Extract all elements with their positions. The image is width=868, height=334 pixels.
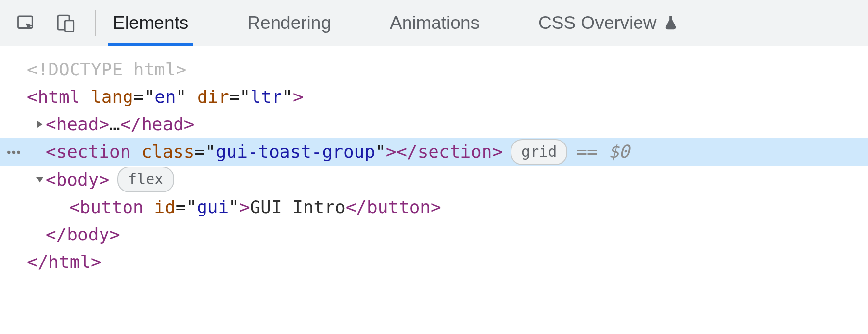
dom-line-button[interactable]: <button id="gui"> GUI Intro </button> — [0, 193, 868, 221]
dom-line-doctype[interactable]: <!DOCTYPE html> — [0, 56, 868, 83]
dom-line-body-open[interactable]: <body> flex — [0, 166, 868, 193]
tag-name: body — [56, 166, 99, 193]
attr-value[interactable]: ltr — [250, 83, 282, 111]
devtools-tabs: Elements Rendering Animations CSS Overvi… — [108, 0, 684, 46]
tab-label: CSS Overview — [538, 13, 657, 33]
doctype-text: <!DOCTYPE html> — [27, 56, 186, 83]
attr-name[interactable]: class — [141, 138, 194, 166]
tag-name: html — [38, 83, 80, 111]
tag-name: body — [67, 221, 109, 248]
dom-line-head[interactable]: <head>…</head> — [0, 111, 868, 138]
tag-name: html — [48, 248, 91, 276]
attr-name[interactable]: dir — [197, 83, 229, 111]
svg-point-5 — [17, 150, 20, 153]
attr-name[interactable]: lang — [91, 83, 133, 111]
svg-point-3 — [7, 150, 10, 153]
elements-dom-tree[interactable]: <!DOCTYPE html> <html lang="en" dir="ltr… — [0, 46, 868, 276]
dom-line-html-close[interactable]: </html> — [0, 248, 868, 276]
selection-actions-icon[interactable] — [0, 150, 27, 154]
tab-animations[interactable]: Animations — [385, 0, 485, 46]
dom-line-body-close[interactable]: </body> — [0, 221, 868, 248]
toolbar-divider — [95, 10, 96, 36]
flask-icon — [663, 15, 679, 31]
attr-name[interactable]: id — [154, 193, 175, 221]
display-badge-grid[interactable]: grid — [511, 139, 567, 165]
tag-name: button — [80, 193, 144, 221]
collapse-arrow-icon[interactable] — [34, 175, 46, 184]
svg-point-4 — [12, 150, 15, 153]
tag-name: head — [56, 111, 99, 138]
svg-rect-2 — [65, 20, 74, 31]
attr-value[interactable]: gui-toast-group — [216, 138, 375, 166]
text-node[interactable]: GUI Intro — [250, 193, 346, 221]
console-ref: == $0 — [576, 138, 629, 166]
expand-arrow-icon[interactable] — [34, 120, 46, 129]
dom-line-html-open[interactable]: <html lang="en" dir="ltr"> — [0, 83, 868, 111]
inspect-element-icon[interactable] — [14, 12, 39, 34]
tab-rendering[interactable]: Rendering — [242, 0, 336, 46]
device-toggle-icon[interactable] — [53, 12, 78, 34]
attr-value[interactable]: gui — [197, 193, 229, 221]
tab-elements[interactable]: Elements — [108, 0, 193, 46]
dom-line-section-selected[interactable]: <section class="gui-toast-group"></secti… — [0, 138, 868, 166]
display-badge-flex[interactable]: flex — [117, 167, 174, 192]
attr-value[interactable]: en — [154, 83, 176, 111]
devtools-toolbar: Elements Rendering Animations CSS Overvi… — [0, 0, 868, 46]
collapsed-ellipsis[interactable]: … — [109, 111, 120, 138]
tag-name: section — [56, 138, 131, 166]
tab-css-overview[interactable]: CSS Overview — [534, 0, 684, 46]
